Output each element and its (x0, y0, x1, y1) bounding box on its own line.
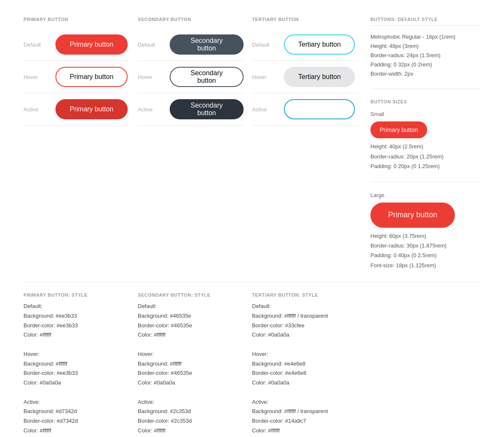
large-divider (370, 182, 480, 182)
small-size-specs: Height: 40px (2.5rem) Border-radius: 20p… (370, 142, 480, 171)
sizes-divider (370, 89, 480, 89)
tertiary-active-label: Active (252, 106, 274, 113)
default-style-specs: Metrophobic Regular - 16px (1rem) Height… (370, 32, 480, 79)
large-size-specs: Height: 60px (3.75rem) Border-radius: 30… (370, 231, 480, 271)
primary-style-title: PRIMARY BUTTON: STYLE (24, 292, 129, 297)
large-primary-button[interactable]: Primary button (370, 203, 455, 228)
styles-detail-grid: PRIMARY BUTTON: STYLE Default: Backgroun… (24, 282, 480, 436)
default-style-title: BUTTONS: DEFAULT STYLE (370, 17, 480, 26)
style-spacer (366, 292, 480, 436)
primary-style-text: Default: Background: #ee3b33 Border-colo… (24, 302, 129, 436)
small-primary-button[interactable]: Primary button (370, 121, 427, 138)
primary-hover-button[interactable]: Primary button (55, 67, 128, 87)
tertiary-style-block: TERTIARY BUTTON: STYLE Default: Backgrou… (252, 292, 366, 436)
secondary-hover-row: Hover Secondary button (138, 61, 244, 93)
tertiary-style-title: TERTIARY BUTTON: STYLE (252, 292, 358, 297)
small-size-name: Small (370, 111, 480, 117)
tertiary-style-text: Default: Background: #ffffff / transpare… (252, 302, 358, 436)
secondary-column-title: SECONDARY BUTTON (138, 17, 244, 22)
secondary-style-text: Default: Background: #46535e Border-colo… (138, 302, 244, 436)
secondary-default-row: Default Secondary button (138, 29, 244, 61)
secondary-active-button[interactable]: Secondary button (170, 99, 244, 119)
style-info-column: BUTTONS: DEFAULT STYLE Metrophobic Regul… (366, 17, 480, 279)
secondary-active-label: Active (138, 106, 160, 113)
tertiary-hover-label: Hover (252, 74, 274, 80)
primary-active-label: Active (24, 106, 45, 113)
primary-default-button[interactable]: Primary button (55, 34, 128, 55)
sizes-title: BUTTON SIZES (370, 99, 480, 104)
large-size-name: Large (370, 192, 480, 198)
secondary-default-label: Default (138, 42, 160, 48)
primary-button-column: PRIMARY BUTTON Default Primary button Ho… (24, 17, 138, 279)
primary-style-block: PRIMARY BUTTON: STYLE Default: Backgroun… (24, 292, 138, 436)
primary-hover-label: Hover (24, 74, 45, 80)
primary-active-row: Active Primary button (24, 93, 129, 126)
tertiary-column-title: TERTIARY BUTTON (252, 17, 358, 22)
tertiary-hover-button[interactable]: Tertiary button (284, 67, 355, 87)
primary-hover-row: Hover Primary button (24, 61, 129, 93)
tertiary-hover-row: Hover Tertiary button (252, 61, 358, 93)
tertiary-default-row: Default Tertiary button (252, 29, 358, 61)
tertiary-active-row: Active Tertiary button (252, 93, 358, 126)
secondary-default-button[interactable]: Secondary button (170, 34, 244, 55)
primary-column-title: PRIMARY BUTTON (24, 17, 129, 22)
primary-default-label: Default (24, 42, 45, 48)
secondary-hover-label: Hover (138, 74, 160, 80)
secondary-active-row: Active Secondary button (138, 93, 244, 126)
buttons-section: PRIMARY BUTTON Default Primary button Ho… (0, 0, 504, 437)
tertiary-active-button[interactable]: Tertiary button (284, 99, 355, 119)
small-size-group: Small Primary button Height: 40px (2.5re… (370, 111, 480, 171)
tertiary-default-label: Default (252, 42, 274, 48)
primary-active-button[interactable]: Primary button (55, 99, 128, 119)
large-size-group: Large Primary button Height: 60px (3.75r… (370, 192, 480, 271)
secondary-hover-button[interactable]: Secondary button (170, 67, 244, 87)
tertiary-default-button[interactable]: Tertiary button (284, 34, 355, 55)
secondary-style-block: SECONDARY BUTTON: STYLE Default: Backgro… (138, 292, 252, 436)
secondary-style-title: SECONDARY BUTTON: STYLE (138, 292, 244, 297)
secondary-button-column: SECONDARY BUTTON Default Secondary butto… (138, 17, 252, 279)
tertiary-button-column: TERTIARY BUTTON Default Tertiary button … (252, 17, 366, 279)
primary-default-row: Default Primary button (24, 29, 129, 61)
buttons-grid: PRIMARY BUTTON Default Primary button Ho… (24, 17, 480, 279)
